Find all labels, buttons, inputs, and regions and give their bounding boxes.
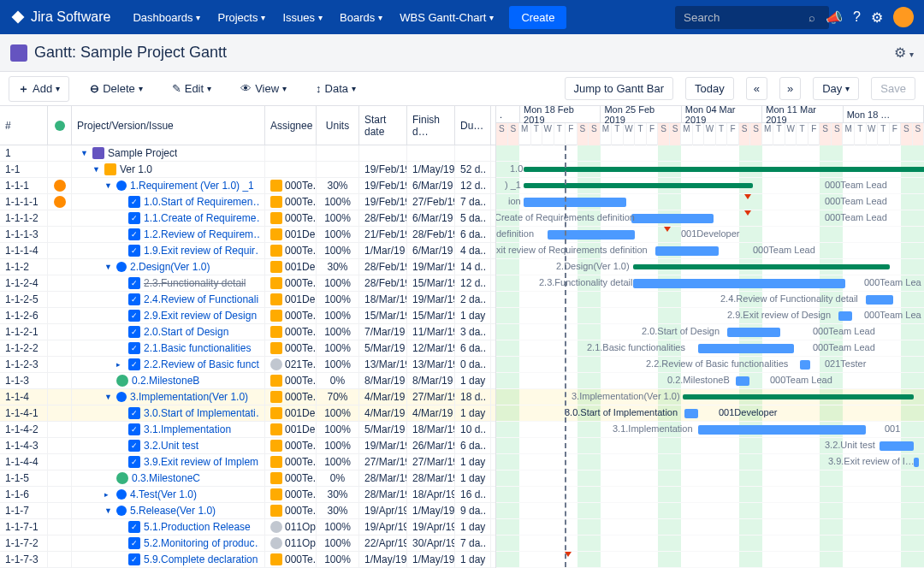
table-row[interactable]: 1-1-7-1✓5.1.Production Release011Op..100… (0, 519, 495, 535)
gantt-bar[interactable] (683, 394, 914, 399)
table-row[interactable]: 1-1-50.3.MilestoneC000Te..0%28/Mar/1928/… (0, 470, 495, 487)
gantt-row[interactable]: 2.0.Start of Design000Team Lead (496, 324, 924, 340)
col-issue-header[interactable]: Project/Version/Issue (72, 106, 265, 145)
gantt-row[interactable]: xit review of Requirements definition000… (496, 243, 924, 259)
gantt-row[interactable]: 2.2.Review of Basic functionalities021Te… (496, 357, 924, 373)
gantt-bar[interactable] (631, 214, 714, 223)
gantt-row[interactable]: 3.2.Unit test (496, 438, 924, 454)
col-dur-header[interactable]: Du… (455, 106, 491, 145)
table-row[interactable]: 1-1-2-4✓2.3.Functionality detail000Te..1… (0, 275, 495, 292)
save-button[interactable]: Save (871, 77, 915, 100)
gantt-row[interactable] (496, 535, 924, 552)
gantt-row[interactable]: ion000Team Lead (496, 194, 924, 210)
table-row[interactable]: 1-1-2-3▸✓2.2.Review of Basic functi…021T… (0, 357, 495, 373)
col-num-header[interactable]: # (0, 106, 48, 145)
gantt-row[interactable]: 2.9.Exit review of Design000Team Lea (496, 308, 924, 324)
table-row[interactable]: 1-1-1▼1.Requirement (Ver 1.0) _1000Te..3… (0, 178, 495, 194)
search-icon[interactable]: ⌕ (808, 11, 815, 24)
gantt-row[interactable]: 3.0.Start of Implementation001Developer (496, 405, 924, 422)
table-row[interactable]: 1-1-2-6✓2.9.Exit review of Design000Te..… (0, 308, 495, 324)
table-row[interactable]: 1-1-30.2.MilestoneB000Te..0%8/Mar/198/Ma… (0, 373, 495, 389)
settings-icon[interactable]: ⚙ (871, 9, 883, 26)
gantt-row[interactable]: 3.1.Implementation001 (496, 422, 924, 438)
table-row[interactable]: 1-1-6▸4.Test(Ver 1.0)000Te..30%28/Mar/19… (0, 487, 495, 503)
gantt-bar[interactable] (736, 376, 749, 386)
gantt-bar[interactable] (914, 458, 919, 467)
expander-icon[interactable]: ▸ (116, 360, 125, 369)
expander-icon[interactable]: ▼ (92, 165, 101, 174)
expander-icon[interactable]: ▼ (104, 393, 113, 401)
table-row[interactable]: 1-1-1-2✓1.1.Create of Requireme…000Te..1… (0, 210, 495, 227)
table-row[interactable]: 1-1-4-2✓3.1.Implementation001De..100%5/M… (0, 422, 495, 438)
gantt-bar[interactable] (684, 409, 698, 418)
gantt-bar[interactable] (698, 344, 794, 353)
nav-item-wbs-gantt-chart[interactable]: WBS Gantt-Chart ▾ (391, 11, 502, 24)
next-button[interactable]: » (779, 77, 801, 100)
table-row[interactable]: 1-1-4-3✓3.2.Unit test000Te..100%19/Mar/1… (0, 438, 495, 454)
col-assignee-header[interactable]: Assignee (265, 106, 317, 145)
table-row[interactable]: 1-1-4-4✓3.9.Exit review of Implem…000Te.… (0, 454, 495, 470)
edit-button[interactable]: ✎ Edit▾ (163, 78, 220, 99)
table-row[interactable]: 1▼Sample Project (0, 145, 495, 162)
gantt-row[interactable]: 2.4.Review of Functionality detail (496, 292, 924, 308)
table-row[interactable]: 1-1-7-2✓5.2.Monitoring of produc…011Op..… (0, 535, 495, 552)
nav-item-issues[interactable]: Issues ▾ (274, 11, 331, 24)
create-button[interactable]: Create (509, 6, 566, 29)
user-avatar[interactable] (893, 7, 914, 27)
table-row[interactable]: 1-1-7▼5.Release(Ver 1.0)000Te..30%19/Apr… (0, 503, 495, 519)
table-row[interactable]: 1-1-1-4✓1.9.Exit review of Requir…000Te.… (0, 243, 495, 259)
prev-button[interactable]: « (746, 77, 767, 100)
col-units-header[interactable]: Units (317, 106, 359, 145)
jira-logo[interactable]: Jira Software (10, 9, 110, 25)
gantt-row[interactable] (496, 470, 924, 487)
table-row[interactable]: 1-1-2-1✓2.0.Start of Design000Te..100%7/… (0, 324, 495, 340)
gantt-pane[interactable]: .Mon 18 Feb 2019Mon 25 Feb 2019Mon 04 Ma… (496, 106, 924, 568)
gantt-bar[interactable] (655, 246, 719, 256)
today-button[interactable]: Today (685, 77, 734, 100)
gantt-row[interactable]: ) _1000Team Lead (496, 178, 924, 194)
gantt-row[interactable]: 1.0 (496, 162, 924, 178)
gantt-row[interactable]: 3.9.Exit review of I… (496, 454, 924, 470)
view-button[interactable]: 👁 View▾ (232, 78, 295, 99)
table-row[interactable]: 1-1-4▼3.Implementation(Ver 1.0)000Te..70… (0, 389, 495, 405)
help-icon[interactable]: ? (853, 9, 861, 25)
table-row[interactable]: 1-1▼Ver 1.019/Feb/191/May/1952 d.. (0, 162, 495, 178)
table-row[interactable]: 1-1-1-3✓1.2.Review of Requirem…001De..10… (0, 227, 495, 243)
gantt-row[interactable] (496, 503, 924, 519)
gantt-bar[interactable] (524, 167, 924, 172)
table-row[interactable]: 1-1-4-1✓3.0.Start of Implementati…001De.… (0, 405, 495, 422)
expander-icon[interactable]: ▼ (104, 506, 113, 515)
gantt-bar[interactable] (838, 311, 852, 321)
table-row[interactable]: 1-1-1-1✓1.0.Start of Requiremen…000Te..1… (0, 194, 495, 210)
gantt-row[interactable]: 3.Implementation(Ver 1.0) (496, 389, 924, 405)
gantt-row[interactable]: Create of Requirements definition000Team… (496, 210, 924, 227)
expander-icon[interactable]: ▼ (104, 181, 113, 190)
data-button[interactable]: ↕ Data▾ (307, 78, 364, 99)
nav-item-projects[interactable]: Projects ▾ (209, 11, 274, 24)
gantt-row[interactable] (496, 487, 924, 503)
gantt-bar[interactable] (800, 360, 810, 370)
gantt-bar[interactable] (698, 425, 866, 435)
gantt-bar[interactable] (866, 295, 893, 305)
jump-to-bar-button[interactable]: Jump to Gantt Bar (565, 77, 674, 100)
table-row[interactable]: 1-1-2▼2.Design(Ver 1.0)001De..30%28/Feb/… (0, 259, 495, 275)
nav-item-dashboards[interactable]: Dashboards ▾ (124, 11, 209, 24)
table-row[interactable]: 1-1-7-3✓5.9.Complete declaration…000Te..… (0, 552, 495, 568)
gantt-bar[interactable] (633, 279, 845, 288)
col-start-header[interactable]: Start date (359, 106, 407, 145)
megaphone-icon[interactable]: 📣 (826, 9, 843, 26)
delete-button[interactable]: ⊖Delete▾ (81, 78, 151, 99)
scale-button[interactable]: Day▾ (813, 77, 859, 100)
gantt-bar[interactable] (880, 441, 914, 451)
expander-icon[interactable]: ▼ (80, 149, 89, 157)
expander-icon[interactable]: ▼ (104, 263, 113, 271)
col-status-header[interactable] (48, 106, 72, 145)
expander-icon[interactable]: ▸ (104, 490, 113, 499)
gantt-bar[interactable] (727, 328, 780, 337)
nav-item-boards[interactable]: Boards ▾ (331, 11, 391, 24)
gantt-row[interactable] (496, 552, 924, 568)
col-finish-header[interactable]: Finish d… (407, 106, 455, 145)
gantt-bar[interactable] (524, 198, 626, 207)
gantt-bar[interactable] (633, 264, 890, 269)
gantt-row[interactable]: 0.2.MilestoneB000Team Lead (496, 373, 924, 389)
